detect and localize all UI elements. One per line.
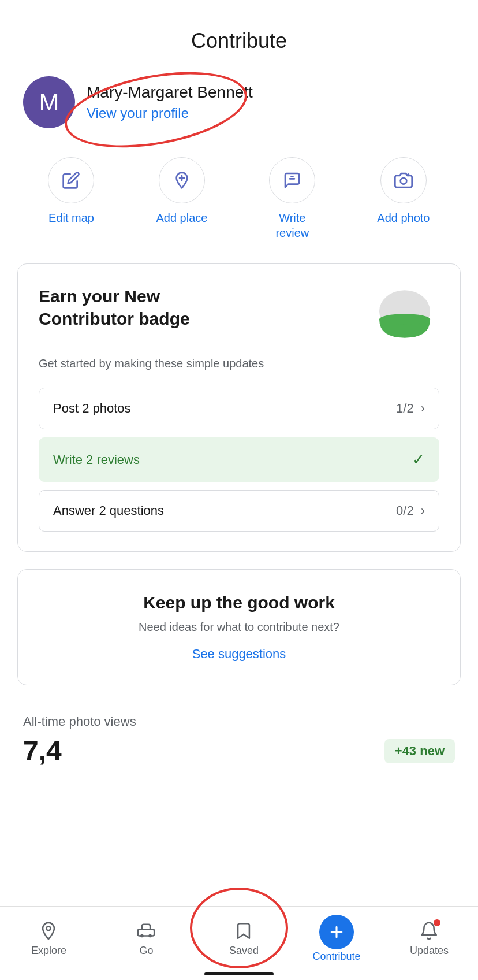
svg-point-9 [47, 926, 51, 930]
badge-card: Earn your New Contributor badge Get star… [17, 263, 461, 552]
keep-up-subtitle: Need ideas for what to contribute next? [39, 621, 439, 634]
task-post-photos-label: Post 2 photos [53, 401, 131, 416]
action-add-photo[interactable]: Add photo [377, 157, 430, 240]
contribute-circle-icon [319, 915, 354, 949]
write-review-label: Writereview [275, 210, 309, 240]
edit-map-label: Edit map [48, 210, 94, 225]
add-photo-icon [394, 171, 413, 190]
badge-card-header: Earn your New Contributor badge [39, 285, 439, 348]
nav-label-saved: Saved [229, 945, 259, 957]
saved-icon [233, 920, 254, 941]
task-write-reviews[interactable]: Write 2 reviews ✓ [39, 437, 439, 482]
nav-item-updates[interactable]: Updates [400, 920, 458, 957]
write-review-icon [283, 171, 301, 190]
action-edit-map[interactable]: Edit map [48, 157, 94, 240]
keep-up-card: Keep up the good work Need ideas for wha… [17, 569, 461, 685]
task-post-photos-right: 1/2 › [396, 401, 425, 416]
svg-rect-10 [138, 929, 154, 936]
nav-item-explore[interactable]: Explore [20, 920, 77, 957]
task-answer-questions[interactable]: Answer 2 questions 0/2 › [39, 490, 439, 532]
task-write-reviews-check: ✓ [412, 451, 425, 469]
svg-point-11 [141, 934, 144, 938]
photo-views-label: All-time photo views [23, 714, 455, 729]
task-answer-questions-progress: 0/2 [396, 503, 414, 518]
profile-info: Mary-Margaret Bennett View your profile [87, 83, 253, 121]
go-icon [136, 920, 156, 941]
edit-map-icon [62, 171, 80, 190]
badge-card-text: Earn your New Contributor badge [39, 285, 258, 330]
photo-views-row: 7,4 +43 new [23, 735, 455, 767]
actions-row: Edit map Add place Writereview [0, 146, 478, 263]
nav-item-go[interactable]: Go [117, 920, 175, 957]
nav-label-go: Go [139, 945, 153, 957]
badge-title: Earn your New Contributor badge [39, 285, 258, 330]
edit-map-icon-circle [48, 157, 94, 203]
task-write-reviews-label: Write 2 reviews [53, 452, 140, 467]
add-place-icon-circle [159, 157, 205, 203]
nav-label-contribute: Contribute [312, 951, 360, 963]
photo-views-count: 7,4 [23, 735, 62, 767]
add-place-icon [173, 171, 191, 190]
updates-notification-dot [434, 919, 440, 926]
task-answer-questions-label: Answer 2 questions [53, 503, 164, 518]
view-profile-link[interactable]: View your profile [87, 105, 253, 121]
nav-label-explore: Explore [31, 945, 66, 957]
svg-point-4 [401, 178, 407, 184]
task-post-photos-chevron: › [421, 401, 425, 416]
user-name: Mary-Margaret Bennett [87, 83, 253, 102]
task-answer-questions-chevron: › [421, 503, 425, 518]
photo-views-new-badge: +43 new [384, 739, 455, 763]
add-place-label: Add place [156, 210, 207, 225]
task-write-reviews-right: ✓ [412, 451, 425, 469]
page-title: Contribute [0, 29, 478, 53]
badge-subtitle: Get started by making these simple updat… [39, 355, 439, 372]
photo-views-section: All-time photo views 7,4 +43 new [0, 703, 478, 825]
contributor-badge-icon [370, 285, 439, 348]
task-post-photos-progress: 1/2 [396, 401, 414, 416]
write-review-icon-circle [269, 157, 315, 203]
svg-point-12 [149, 934, 152, 938]
updates-icon [419, 920, 439, 941]
home-indicator [204, 972, 274, 975]
task-post-photos[interactable]: Post 2 photos 1/2 › [39, 388, 439, 429]
nav-item-contribute[interactable]: Contribute [312, 915, 360, 963]
action-add-place[interactable]: Add place [156, 157, 207, 240]
avatar: M [23, 76, 75, 128]
svg-point-8 [379, 314, 430, 324]
explore-icon [38, 920, 59, 941]
see-suggestions-link[interactable]: See suggestions [192, 647, 286, 661]
action-write-review[interactable]: Writereview [269, 157, 315, 240]
nav-label-updates: Updates [410, 945, 449, 957]
nav-item-saved[interactable]: Saved [215, 920, 272, 957]
add-photo-icon-circle [380, 157, 427, 203]
add-photo-label: Add photo [377, 210, 430, 225]
bottom-nav: Explore Go Saved Contri [0, 906, 478, 980]
profile-section: M Mary-Margaret Bennett View your profil… [0, 65, 478, 146]
header: Contribute [0, 0, 478, 65]
keep-up-title: Keep up the good work [39, 593, 439, 612]
task-answer-questions-right: 0/2 › [396, 503, 425, 518]
